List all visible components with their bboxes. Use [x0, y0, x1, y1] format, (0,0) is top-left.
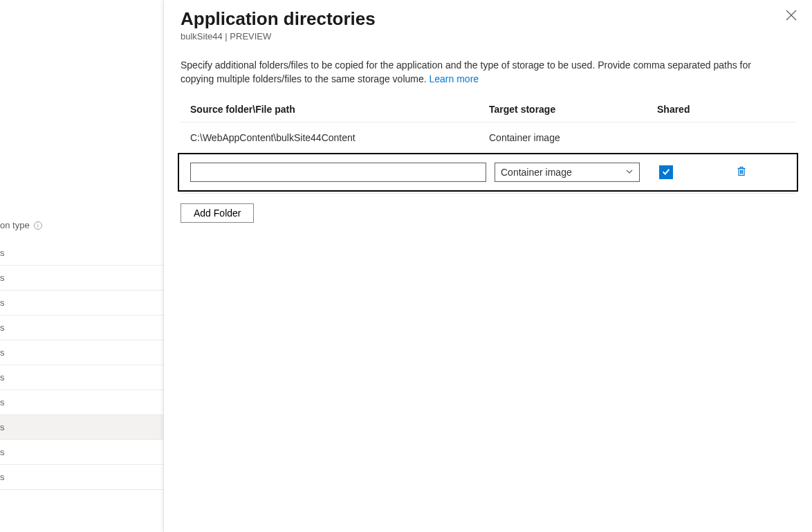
close-icon [786, 12, 797, 23]
edit-row-highlight: Container image [178, 153, 798, 192]
info-icon: i [34, 221, 42, 230]
edit-row-container: Container image [181, 153, 795, 194]
application-directories-blade: Application directories bulkSite44 | PRE… [164, 0, 812, 532]
target-storage-select[interactable]: Container image [495, 163, 640, 182]
chevron-down-icon [625, 167, 634, 178]
target-storage-selected: Container image [501, 167, 572, 178]
add-folder-button[interactable]: Add Folder [181, 203, 254, 223]
subtitle-preview: PREVIEW [230, 31, 271, 42]
row-target-value: Container image [489, 132, 657, 143]
learn-more-link[interactable]: Learn more [430, 73, 479, 84]
page-title: Application directories [181, 8, 795, 30]
table-header: Source folder\File path Target storage S… [181, 104, 795, 122]
check-icon [661, 167, 671, 178]
row-source-value: C:\WebAppContent\bulkSite44Content [190, 132, 489, 143]
subtitle-sep: | [223, 31, 230, 42]
delete-row-button[interactable] [736, 165, 747, 178]
background-list-item[interactable]: s [0, 465, 163, 490]
background-type-label: on type i [0, 220, 163, 230]
background-list-item[interactable]: s [0, 390, 163, 415]
background-list-item[interactable]: s [0, 365, 163, 390]
col-shared: Shared [657, 104, 712, 115]
background-list-item[interactable]: s [0, 266, 163, 291]
close-button[interactable] [786, 10, 797, 23]
background-list-item[interactable]: s [0, 291, 163, 315]
trash-icon [736, 167, 747, 178]
background-list-item[interactable]: s [0, 440, 163, 465]
background-rows: ssssssssss [0, 241, 163, 490]
subtitle-site: bulkSite44 [181, 31, 223, 42]
background-list-item[interactable]: s [0, 315, 163, 340]
background-list-item[interactable]: s [0, 340, 163, 365]
col-target: Target storage [489, 104, 657, 115]
col-source: Source folder\File path [190, 104, 489, 115]
background-list-item[interactable]: s [0, 415, 163, 440]
background-list-item[interactable]: s [0, 241, 163, 266]
description-text: Specify additional folders/files to be c… [181, 58, 782, 86]
page-subtitle: bulkSite44 | PREVIEW [181, 31, 795, 42]
shared-checkbox[interactable] [659, 165, 673, 179]
background-left-panel: on type i ssssssssss [0, 0, 164, 532]
source-path-input[interactable] [190, 163, 486, 182]
table-row: C:\WebAppContent\bulkSite44Content Conta… [181, 122, 795, 153]
background-type-text: on type [0, 220, 30, 230]
